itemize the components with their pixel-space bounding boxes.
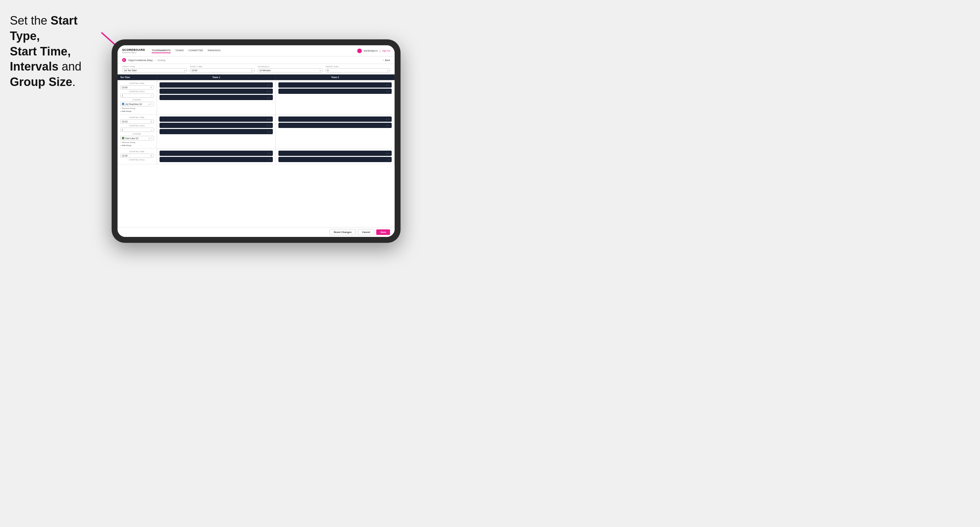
intervals-value: 10 Minutes	[259, 69, 270, 71]
team1-cell-1: ✕ ✎ ✕ ✎ ✕ ✎	[157, 80, 276, 114]
time-icon-2: ⏱	[150, 121, 152, 123]
starting-hole-value-2: 1	[122, 129, 123, 131]
intervals-select[interactable]: 10 Minutes ▾	[258, 68, 322, 73]
course-clear-2[interactable]: ✕	[148, 137, 150, 140]
starting-time-input-3[interactable]: 10:20 ⏱	[120, 154, 154, 158]
remove-group-icon-1: ○	[120, 107, 121, 109]
course-clear-1[interactable]: ✕	[148, 103, 150, 105]
th-team2: Team 2	[276, 75, 395, 80]
player-row-3-1: ✕ ✎	[159, 116, 273, 122]
remove-group-label-1: Remove Group	[122, 107, 135, 109]
time-icon-1: ⏱	[150, 87, 152, 89]
remove-group-btn-2[interactable]: ○ Remove Group	[120, 141, 154, 143]
back-button[interactable]: ‹ Back	[383, 59, 390, 61]
tee-left-3: STARTING TIME: 10:20 ⏱ STARTING HOLE:	[118, 149, 157, 164]
player-remove-3-solo[interactable]: ✕ ✎	[267, 130, 271, 133]
start-type-select[interactable]: 1st Tee Start ▾	[122, 68, 187, 73]
cancel-button[interactable]: Cancel	[358, 229, 375, 235]
breadcrumb-bar: C Clippd Invitational (May) › Hosting ‹ …	[118, 56, 395, 64]
nav-link-teams[interactable]: TEAMS	[175, 48, 184, 53]
player-remove-5-1[interactable]: ✕ ✎	[267, 152, 271, 154]
start-time-label: Start Time	[190, 66, 255, 68]
logo-text: SCOREBOARD	[122, 48, 145, 51]
player-remove-3-1[interactable]: ✕ ✎	[267, 118, 271, 121]
side-tab	[111, 144, 115, 154]
course-icon-1: ⛳	[122, 103, 124, 105]
starting-hole-input-1[interactable]: 1 ▾	[120, 94, 154, 98]
hole-arrow-icon-1: ▾	[151, 95, 152, 97]
user-email: blair@clippd.io	[364, 49, 378, 52]
tee-left-2: STARTING TIME: 10:10 ⏱ STARTING HOLE: 1 …	[118, 114, 157, 148]
player-remove-6-2[interactable]: - ✎	[387, 159, 390, 161]
player-remove-2-1[interactable]: ✕ ✎	[386, 84, 390, 86]
course-edit-1[interactable]: ✎	[151, 103, 152, 105]
course-label-2: COURSE:	[120, 133, 154, 135]
player-row-4-2: ✕ ✎	[278, 123, 392, 128]
player-remove-1-2[interactable]: ✕ ✎	[267, 90, 271, 92]
nav-link-tournaments[interactable]: TOURNAMENTS	[152, 48, 171, 53]
course-name-2: East Lake GC	[126, 137, 138, 140]
player-row-2-1: ✕ ✎	[278, 83, 392, 87]
player-remove-3-2[interactable]: ✕ ✎	[267, 124, 271, 127]
player-remove-1-solo[interactable]: ✕ ✎	[267, 97, 271, 99]
player-remove-4-1[interactable]: ✕ ✎	[386, 118, 390, 121]
team2-cell-3: ✕ ✎ - ✎	[276, 149, 395, 164]
sign-out-link[interactable]: Sign out	[382, 49, 390, 52]
add-group-btn-2[interactable]: + Add Group	[120, 144, 154, 146]
intervals-arrow-icon: ▾	[320, 70, 321, 71]
nav-user: blair@clippd.io | Sign out	[357, 49, 390, 53]
user-avatar	[357, 49, 362, 53]
player-remove-4-2[interactable]: ✕ ✎	[386, 124, 390, 127]
team2-cell-1: ✕ ✎ ✕ ✎	[276, 80, 395, 114]
navbar: SCOREBOARD Powered by clipp.io TOURNAMEN…	[118, 45, 395, 56]
instruction-line4-bold: Group Size	[10, 75, 72, 89]
breadcrumb-tournament[interactable]: Clippd Invitational (May)	[128, 59, 153, 61]
remove-group-btn-1[interactable]: ○ Remove Group	[120, 107, 154, 109]
nav-links: TOURNAMENTS TEAMS COMMITTEE RANKINGS	[152, 48, 357, 53]
player-row-6-1: ✕ ✎	[278, 151, 392, 156]
starting-hole-value-1: 1	[122, 95, 123, 97]
logo-sub: Powered by clipp.io	[122, 51, 145, 54]
breadcrumb-separator: ›	[154, 59, 155, 61]
starting-time-input-1[interactable]: 10:00 ⏱	[120, 85, 154, 90]
add-group-btn-1[interactable]: + Add Group	[120, 110, 154, 112]
player-row-3-2: ✕ ✎	[159, 123, 273, 128]
start-time-select[interactable]: 10:00 ⏱	[190, 68, 255, 73]
start-type-arrow-icon: ▾	[184, 70, 185, 71]
reset-changes-button[interactable]: Reset Changes	[329, 229, 356, 235]
player-remove-2-2[interactable]: ✕ ✎	[386, 90, 390, 92]
hole-arrow-icon-2: ▾	[151, 129, 152, 131]
team2-cell-2: ✕ ✎ ✕ ✎	[276, 114, 395, 148]
group-size-select[interactable]: 3 ▾	[326, 68, 390, 73]
intervals-group: Intervals 10 Minutes ▾	[258, 66, 322, 73]
course-icon-2: ⛳	[122, 137, 124, 140]
starting-time-input-2[interactable]: 10:10 ⏱	[120, 119, 154, 124]
starting-hole-label-3: STARTING HOLE:	[120, 159, 154, 161]
nav-link-committee[interactable]: COMMITTEE	[188, 48, 203, 53]
tee-group-2: STARTING TIME: 10:10 ⏱ STARTING HOLE: 1 …	[118, 114, 395, 149]
instruction-line3-bold: Intervals	[10, 60, 59, 73]
instruction-line1-normal: Set the	[10, 14, 51, 27]
save-button[interactable]: Save	[376, 229, 390, 235]
table-header: Tee Time Team 1 Team 2	[118, 75, 395, 80]
tablet-frame: SCOREBOARD Powered by clipp.io TOURNAMEN…	[111, 40, 401, 243]
team1-cell-2: ✕ ✎ ✕ ✎ ✕ ✎	[157, 114, 276, 148]
back-label: Back	[385, 59, 390, 61]
player-row-1-1: ✕ ✎	[159, 83, 273, 87]
time-icon-3: ⏱	[150, 155, 152, 157]
player-remove-5-2[interactable]: - ✎	[268, 159, 271, 161]
nav-link-rankings[interactable]: RANKINGS	[208, 48, 221, 53]
player-remove-6-1[interactable]: ✕ ✎	[386, 152, 390, 154]
remove-group-icon-2: ○	[120, 141, 121, 143]
course-tag-2: ⛳ East Lake GC ✕ ✎	[120, 136, 154, 140]
player-remove-1-1[interactable]: ✕ ✎	[267, 84, 271, 86]
remove-group-label-2: Remove Group	[122, 141, 135, 143]
breadcrumb-current: Hosting	[157, 59, 165, 61]
starting-hole-input-2[interactable]: 1 ▾	[120, 128, 154, 132]
course-edit-2[interactable]: ✎	[151, 137, 152, 139]
player-row-6-2: - ✎	[278, 157, 392, 162]
start-time-value: 10:00	[192, 69, 198, 71]
main-table: Tee Time Team 1 Team 2 STARTING TIME: 10…	[118, 75, 395, 227]
player-row-1-solo: ✕ ✎	[159, 95, 273, 100]
instruction-line3-normal: and	[59, 60, 81, 73]
